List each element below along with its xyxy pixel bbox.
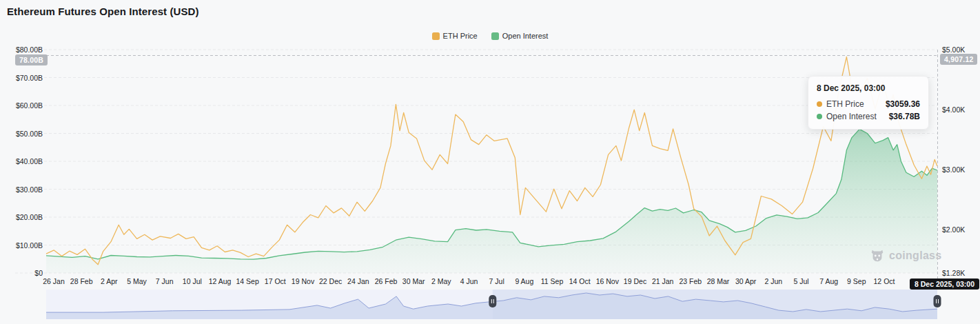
- y-axis-label-left: $60.00B: [0, 101, 43, 110]
- y-axis-label-left: $50.00B: [0, 129, 43, 139]
- crosshair-date-badge: 8 Dec 2025, 03:00: [910, 279, 979, 290]
- page-title: Ethereum Futures Open Interest (USD): [7, 6, 199, 17]
- legend-label: Open Interest: [502, 32, 549, 40]
- open-interest-area: [46, 129, 937, 273]
- series-dot-icon: [817, 114, 822, 119]
- legend-swatch: [432, 32, 440, 40]
- legend-label: ETH Price: [443, 32, 478, 40]
- tooltip-series-value: $3059.36: [886, 99, 920, 109]
- y-axis-label-right: $3.00K: [942, 165, 965, 174]
- x-axis-label: 12 Oct: [862, 277, 906, 285]
- y-axis-label-right: $4.00K: [942, 105, 965, 114]
- y-axis-label-left: $70.00B: [0, 73, 43, 83]
- tooltip-title: 8 Dec 2025, 03:00: [817, 83, 920, 93]
- tooltip-row: Open Interest$36.78B: [817, 112, 920, 121]
- y-axis-label-right: $2.00K: [942, 225, 965, 234]
- y-axis-label-right: $5.00K: [942, 45, 965, 54]
- y-axis-label-left: $80.00B: [0, 45, 43, 54]
- tooltip-series-label: ETH Price: [826, 99, 881, 109]
- main-chart-canvas[interactable]: [0, 0, 980, 324]
- tooltip-series-label: Open Interest: [826, 112, 885, 121]
- chart-tooltip: 8 Dec 2025, 03:00 ETH Price$3059.36Open …: [808, 76, 929, 130]
- y-axis-label-right: $1.28K: [942, 268, 965, 278]
- y-axis-label-left: $10.00B: [0, 241, 43, 250]
- series-dot-icon: [817, 101, 822, 107]
- legend-item-open-interest[interactable]: Open Interest: [491, 32, 549, 40]
- y-axis-label-left: $0: [0, 268, 43, 278]
- legend-item-eth-price[interactable]: ETH Price: [432, 32, 478, 40]
- y-axis-label-left: $40.00B: [0, 156, 43, 166]
- watermark: coinglass: [870, 248, 942, 263]
- coinglass-logo-icon: [870, 248, 885, 263]
- chart-legend: ETH PriceOpen Interest: [0, 32, 980, 40]
- watermark-text: coinglass: [889, 250, 942, 262]
- navigator-right-handle[interactable]: [934, 295, 941, 307]
- crosshair-left-value-badge: 78.00B: [15, 54, 48, 65]
- crosshair-right-value-badge: 4,907.12: [940, 54, 977, 65]
- tooltip-series-value: $36.78B: [889, 112, 920, 121]
- navigator-left-handle[interactable]: [489, 295, 496, 307]
- tooltip-row: ETH Price$3059.36: [817, 99, 920, 109]
- legend-swatch: [491, 32, 499, 40]
- y-axis-label-left: $30.00B: [0, 185, 43, 194]
- y-axis-label-left: $20.00B: [0, 212, 43, 222]
